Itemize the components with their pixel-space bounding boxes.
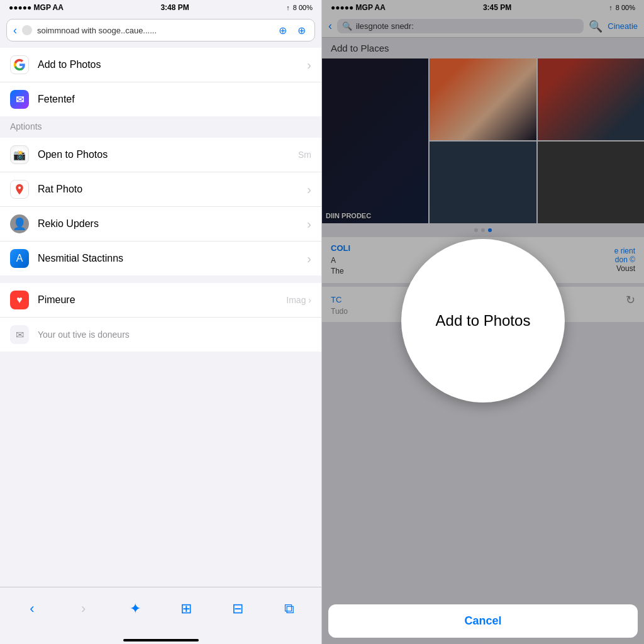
menu-item-open-to-photos[interactable]: 📸 Open to Photos Sm [0, 138, 321, 172]
google-icon [10, 55, 29, 74]
left-battery: 8 00% [293, 4, 313, 11]
settings-icon[interactable]: ⊕ [294, 23, 308, 37]
add-to-photos-label: Add to Photos [38, 59, 298, 70]
left-status-icons: ↑ 8 00% [286, 4, 313, 11]
status-bar-left: ●●●●● MGP AA 3:48 PM ↑ 8 00% [0, 0, 321, 15]
app-items-list: 📸 Open to Photos Sm Rat Photo 👤 Rekio Up… [0, 138, 321, 275]
spacer-overlay [328, 495, 638, 596]
url-text: soimmnoad with sooge..caue...... [37, 26, 270, 35]
mail-label: Your out tive is doneurs [38, 330, 311, 340]
add-photos-circle-text: Add to Photos [436, 312, 531, 330]
pimeure-icon: ♥ [10, 291, 29, 309]
menu-item-add-to-photos[interactable]: Add to Photos [0, 48, 321, 82]
fetentef-label: Fetentef [38, 94, 311, 105]
left-status-time: 3:48 PM [160, 3, 189, 12]
menu-item-fetentef[interactable]: ✉ Fetentef [0, 82, 321, 116]
extra-items-list: ♥ Pimeure Imag › ✉ Your out tive is done… [0, 283, 321, 352]
left-panel: ●●●●● MGP AA 3:48 PM ↑ 8 00% ‹ soimmnoad… [0, 0, 322, 644]
menu-item-rekio-upders[interactable]: 👤 Rekio Upders [0, 207, 321, 242]
back-toolbar-button[interactable]: ‹ [18, 595, 46, 623]
rekio-upders-label: Rekio Upders [38, 218, 298, 230]
messenger-icon: ✉ [10, 90, 29, 109]
forward-toolbar-button[interactable]: › [70, 595, 97, 623]
open-to-photos-right: Sm [298, 150, 311, 160]
left-status-signal: ●●●●● MGP AA [9, 3, 64, 12]
rat-photo-label: Rat Photo [38, 184, 298, 195]
add-to-photos-chevron [307, 58, 311, 72]
right-panel: ●●●●● MGP AA 3:45 PM ↑ 8 00% ‹ 🔍 ilesgno… [322, 0, 644, 644]
favicon-icon [22, 25, 32, 35]
book-toolbar-button[interactable]: ⊟ [224, 595, 252, 623]
share-toolbar-button[interactable]: ✦ [121, 595, 149, 623]
menu-item-rat-photo[interactable]: Rat Photo [0, 172, 321, 207]
add-photos-circle: Add to Photos [401, 239, 565, 402]
home-indicator-left [123, 639, 199, 641]
separator [0, 275, 321, 280]
address-bar-left[interactable]: ‹ soimmnoad with sooge..caue...... ⊕ ⊕ [6, 19, 315, 42]
rekio-upders-chevron [307, 217, 311, 231]
cancel-button[interactable]: Cancel [328, 604, 638, 638]
section-header-aptionts: Aptionts [0, 116, 321, 135]
spacer-left [0, 352, 321, 587]
browser-back-button[interactable]: ‹ [13, 24, 17, 37]
left-location-icon: ↑ [286, 4, 290, 11]
open-to-photos-label: Open to Photos [38, 149, 289, 160]
rekio-avatar: 👤 [10, 214, 29, 233]
menu-list-main: Add to Photos ✉ Fetentef [0, 48, 321, 116]
mail-icon: ✉ [10, 325, 29, 344]
menu-item-pimeure[interactable]: ♥ Pimeure Imag › [0, 283, 321, 318]
menu-item-mail[interactable]: ✉ Your out tive is doneurs [0, 318, 321, 352]
action-sheet: Cancel [322, 495, 644, 644]
gift-toolbar-button[interactable]: ⊞ [172, 595, 200, 623]
pimeure-right: Imag › [286, 295, 311, 305]
pimeure-label: Pimeure [38, 294, 277, 306]
maps-icon [10, 180, 29, 199]
overlay: Add to Photos Cancel [322, 0, 644, 644]
nesmitial-chevron [307, 252, 311, 266]
rat-photo-chevron [307, 182, 311, 197]
appstore-icon: A [10, 249, 29, 268]
copy-toolbar-button[interactable]: ⧉ [275, 595, 303, 623]
reload-icon[interactable]: ⊕ [275, 23, 289, 37]
photos-icon: 📸 [10, 145, 29, 164]
address-bar-icons: ⊕ ⊕ [275, 23, 308, 37]
menu-item-nesmitial[interactable]: A Nesmitial Stactinns [0, 242, 321, 275]
bottom-toolbar-left: ‹ › ✦ ⊞ ⊟ ⧉ [0, 587, 321, 635]
nesmitial-label: Nesmitial Stactinns [38, 253, 298, 264]
